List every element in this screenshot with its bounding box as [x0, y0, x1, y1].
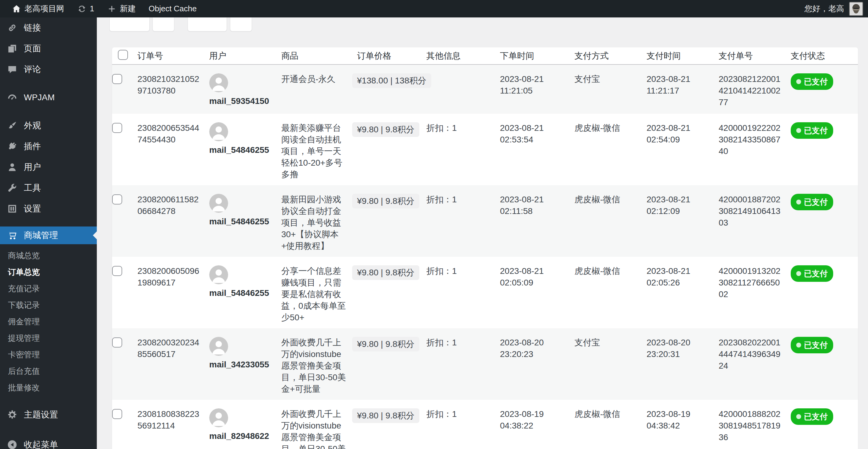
pay-number: 4200001922202308214335086740	[719, 114, 791, 185]
submenu-item-batch-edit[interactable]: 批量修改	[0, 379, 97, 396]
tools-icon	[7, 182, 18, 193]
dashboard-icon	[7, 92, 18, 103]
sidebar-item-tools[interactable]: 工具	[0, 178, 97, 198]
menu-separator	[0, 219, 97, 227]
sidebar-item-appearance[interactable]: 外观	[0, 115, 97, 136]
sidebar-item-wpjam[interactable]: WPJAM	[0, 87, 97, 108]
user-cell: mail_34233055	[209, 328, 281, 400]
submenu-item-orders[interactable]: 订单总览	[0, 264, 97, 280]
site-menu[interactable]: 老高项目网	[7, 0, 68, 18]
product-name: 外面收费几千上万的visionstube愿景管撸美金项目，单日30-50美金+可…	[281, 400, 357, 449]
row-checkbox[interactable]	[112, 194, 122, 205]
new-content-menu[interactable]: 新建	[103, 0, 140, 18]
site-name: 老高项目网	[25, 3, 64, 14]
submenu-item-commission[interactable]: 佣金管理	[0, 313, 97, 330]
table-row: 230820065354474554430 mail_54846255 最新美添…	[112, 114, 858, 185]
status-label: 已支付	[804, 268, 828, 279]
status-badge: 已支付	[791, 408, 833, 425]
sidebar-item-theme-settings[interactable]: 主题设置	[0, 405, 97, 425]
user-cell: mail_82948622	[209, 400, 281, 449]
order-number: 230820065354474554430	[137, 114, 209, 185]
menu-separator	[0, 108, 97, 115]
pay-status-cell: 已支付	[791, 65, 858, 114]
sidebar-item-label: 页面	[24, 43, 41, 54]
user-avatar	[209, 408, 228, 427]
order-price: ¥9.80 | 9.8积分	[357, 328, 426, 400]
order-number: 230818083822356912114	[137, 400, 209, 449]
comments-icon	[7, 64, 18, 75]
order-time: 2023-08-21 02:05:09	[500, 257, 575, 328]
submenu-item-shop-overview[interactable]: 商城总览	[0, 247, 97, 264]
status-dot-icon	[796, 128, 801, 133]
table-row: 230820060509619809617 mail_54846255 分享一个…	[112, 257, 858, 328]
sidebar-item-users[interactable]: 用户	[0, 157, 97, 178]
row-checkbox[interactable]	[112, 337, 122, 348]
sidebar-item-settings[interactable]: 设置	[0, 198, 97, 219]
pay-status-cell: 已支付	[791, 400, 858, 449]
user-cell: mail_59354150	[209, 65, 281, 114]
order-time: 2023-08-21 02:11:58	[500, 185, 575, 257]
submenu-item-card-keys[interactable]: 卡密管理	[0, 346, 97, 363]
sidebar-item-label: WPJAM	[24, 93, 55, 102]
user-cell: mail_54846255	[209, 257, 281, 328]
status-label: 已支付	[804, 411, 828, 422]
product-name: 外面收费几千上万的visionstube愿景管撸美金项目，单日30-50美金+可…	[281, 328, 357, 400]
order-number: 230820061158206684278	[137, 185, 209, 257]
pay-time: 2023-08-21 02:05:26	[647, 257, 719, 328]
price-value: ¥9.80 | 9.8积分	[352, 337, 419, 352]
pay-method: 支付宝	[575, 65, 647, 114]
pay-number: 4200001887202308214910641303	[719, 185, 791, 257]
sidebar-item-label: 商城管理	[24, 230, 58, 241]
status-dot-icon	[796, 79, 801, 84]
admin-bar: 老高项目网 1 新建 Object Cache 您好，老高	[0, 0, 868, 18]
status-badge: 已支付	[791, 122, 833, 139]
submenu-item-download-records[interactable]: 下载记录	[0, 297, 97, 313]
extra-info: 折扣：1	[426, 257, 500, 328]
sidebar-item-label: 评论	[24, 64, 41, 75]
row-checkbox[interactable]	[112, 266, 122, 276]
status-dot-icon	[796, 271, 801, 276]
link-icon	[7, 22, 18, 33]
submenu-item-recharge-records[interactable]: 充值记录	[0, 280, 97, 297]
username: mail_82948622	[209, 430, 269, 442]
status-label: 已支付	[804, 339, 828, 351]
user-avatar	[209, 337, 228, 356]
sidebar-item-pages[interactable]: 页面	[0, 38, 97, 59]
user-avatar	[209, 265, 228, 284]
plugins-icon	[7, 141, 18, 152]
price-value: ¥9.80 | 9.8积分	[352, 265, 419, 280]
pay-method: 虎皮椒-微信	[575, 400, 647, 449]
row-checkbox[interactable]	[112, 409, 122, 419]
pay-time: 2023-08-21 02:54:09	[647, 114, 719, 185]
submenu-item-backend-recharge[interactable]: 后台充值	[0, 363, 97, 379]
username: mail_34233055	[209, 359, 269, 370]
pay-number: 2023082122001421041422100277	[719, 65, 791, 114]
extra-info: 折扣：1	[426, 185, 500, 257]
username: mail_54846255	[209, 216, 269, 228]
submenu-item-withdrawal[interactable]: 提现管理	[0, 330, 97, 346]
select-all-checkbox[interactable]	[118, 50, 128, 60]
plus-icon	[107, 4, 117, 14]
sidebar-item-plugins[interactable]: 插件	[0, 136, 97, 157]
extra-info	[426, 65, 500, 114]
pay-number: 4200001913202308211276665002	[719, 257, 791, 328]
row-checkbox[interactable]	[112, 74, 122, 84]
pay-method: 虎皮椒-微信	[575, 185, 647, 257]
status-label: 已支付	[804, 196, 828, 208]
extra-info: 折扣：1	[426, 400, 500, 449]
user-avatar	[209, 194, 228, 213]
pages-icon	[7, 43, 18, 54]
sidebar-item-label: 设置	[24, 203, 41, 215]
object-cache-menu[interactable]: Object Cache	[144, 0, 201, 18]
updates-indicator[interactable]: 1	[73, 0, 98, 18]
sidebar-item-shop-management[interactable]: 商城管理	[0, 227, 97, 244]
sidebar-item-collapse-menu[interactable]: 收起菜单	[0, 434, 97, 449]
row-checkbox[interactable]	[112, 123, 122, 133]
sidebar-item-comments[interactable]: 评论	[0, 59, 97, 80]
username: mail_54846255	[209, 144, 269, 156]
profile-avatar[interactable]	[849, 2, 863, 16]
column-header-order-no: 订单号	[137, 50, 209, 62]
sidebar-item-links[interactable]: 链接	[0, 18, 97, 38]
user-greeting[interactable]: 您好，老高	[804, 3, 844, 14]
gear-icon	[7, 409, 18, 420]
